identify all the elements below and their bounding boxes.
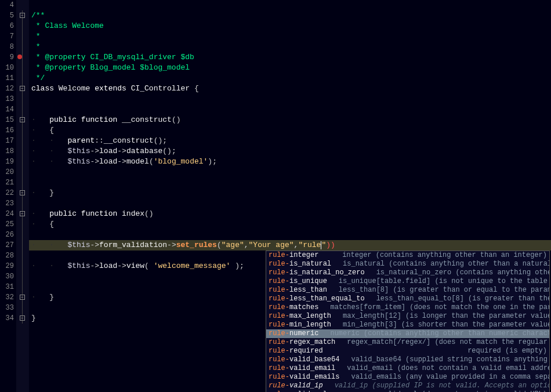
autocomplete-item-name: rule-matches [269,303,318,312]
fold-cell[interactable]: − [16,292,29,303]
code-line[interactable] [29,230,551,240]
autocomplete-item[interactable]: rule-regex_matchregex_match[/regex/] (do… [266,338,549,347]
line-number: 29 [0,261,14,271]
code-area[interactable]: /** * Class Welcome * * * @property CI_D… [29,0,551,392]
code-line[interactable] [29,104,551,115]
line-number: 22 [0,188,14,198]
fold-cell[interactable]: − [16,188,29,198]
fold-cell[interactable] [16,31,29,42]
code-line[interactable] [29,94,551,104]
autocomplete-item-name: rule-required [269,347,323,355]
line-number: 6 [0,21,14,31]
fold-cell[interactable] [16,63,29,73]
fold-cell[interactable] [16,125,29,136]
fold-cell[interactable] [16,271,29,282]
line-number: 23 [0,198,14,209]
fold-toggle-icon[interactable]: − [20,117,25,122]
fold-toggle-icon[interactable]: − [20,13,25,18]
autocomplete-popup[interactable]: rule-integerinteger (contains anything o… [266,251,550,392]
autocomplete-item-name: rule-less_than_equal_to [269,295,365,303]
fold-cell[interactable] [16,73,29,84]
fold-cell[interactable] [16,219,29,230]
autocomplete-item-desc: numeric (contains anything other than nu… [318,329,549,338]
breakpoint-icon[interactable] [17,55,22,59]
code-line[interactable]: /** [29,10,551,21]
code-line[interactable]: * @property Blog_model $blog_model [29,63,551,73]
autocomplete-item-desc: valid_emails (any value provided in a co… [339,373,549,382]
line-number: 13 [0,94,14,104]
fold-cell[interactable]: − [16,84,29,94]
fold-toggle-icon[interactable]: − [20,211,25,216]
fold-cell[interactable]: − [16,115,29,125]
autocomplete-item[interactable]: rule-numericnumeric (contains anything o… [266,329,549,338]
autocomplete-item[interactable]: rule-matchesmatches[form_item] (does not… [266,303,549,312]
autocomplete-item[interactable]: rule-valid_emailvalid_email (does not co… [266,364,549,373]
autocomplete-item[interactable]: rule-less_thanless_than[8] (is greater t… [266,286,549,295]
code-editor[interactable]: 4567891011121314151617181920212223242526… [0,0,551,392]
fold-cell[interactable] [16,177,29,188]
autocomplete-item[interactable]: rule-valid_ipvalid_ip (supplied IP is no… [266,382,549,390]
code-line[interactable]: · { [29,219,551,230]
fold-cell[interactable] [16,251,29,261]
fold-cell[interactable] [16,240,29,251]
autocomplete-item[interactable]: rule-max_lengthmax_length[12] (is longer… [266,312,549,321]
code-line[interactable]: · public function __construct() [29,115,551,125]
fold-cell[interactable]: − [16,209,29,219]
code-line[interactable]: · } [29,188,551,198]
autocomplete-item[interactable]: rule-integerinteger (contains anything o… [266,251,549,260]
fold-cell[interactable] [16,282,29,292]
fold-cell[interactable] [16,303,29,313]
autocomplete-item[interactable]: rule-min_lengthmin_length[3] (is shorter… [266,321,549,329]
fold-cell[interactable] [16,52,29,63]
fold-cell[interactable] [16,104,29,115]
fold-cell[interactable] [16,94,29,104]
code-line[interactable]: · · parent::__construct(); [29,136,551,146]
autocomplete-item[interactable]: rule-less_than_equal_toless_than_equal_t… [266,295,549,303]
line-number: 8 [0,42,14,52]
line-number: 4 [0,0,14,10]
autocomplete-item[interactable]: rule-requiredrequired (is empty) [266,347,549,355]
fold-column[interactable]: −−−−−−− [16,0,29,392]
code-line[interactable]: · { [29,125,551,136]
code-line[interactable] [29,0,551,10]
code-line[interactable]: · · $this->load->model('blog_model'); [29,157,551,167]
fold-cell[interactable] [16,157,29,167]
fold-cell[interactable] [16,198,29,209]
code-line[interactable]: * Class Welcome [29,21,551,31]
fold-cell[interactable] [16,42,29,52]
code-line[interactable]: · · $this->load->database(); [29,146,551,157]
fold-cell[interactable] [16,230,29,240]
fold-toggle-icon[interactable]: − [20,295,25,300]
autocomplete-item-name: rule-regex_match [269,338,335,347]
autocomplete-item[interactable]: rule-is_uniqueis_unique[table.field] (is… [266,277,549,286]
fold-toggle-icon[interactable]: − [20,190,25,195]
code-line[interactable]: · public function index() [29,209,551,219]
fold-cell[interactable] [16,146,29,157]
line-number: 28 [0,251,14,261]
fold-cell[interactable] [16,21,29,31]
fold-cell[interactable]: − [16,10,29,21]
code-line[interactable] [29,198,551,209]
autocomplete-item-desc: required (is empty) [456,347,547,355]
code-line[interactable]: */ [29,73,551,84]
code-line[interactable]: class Welcome extends CI_Controller { [29,84,551,94]
code-line[interactable]: · · $this->form_validation->set_rules("a… [29,240,551,251]
fold-cell[interactable]: − [16,313,29,324]
code-line[interactable]: * [29,31,551,42]
autocomplete-item[interactable]: rule-valid_emailsvalid_emails (any value… [266,373,549,382]
fold-cell[interactable] [16,261,29,271]
fold-cell[interactable] [16,167,29,177]
autocomplete-item[interactable]: rule-is_naturalis_natural (contains anyt… [266,260,549,268]
code-line[interactable] [29,177,551,188]
fold-toggle-icon[interactable]: − [20,315,25,321]
autocomplete-item[interactable]: rule-is_natural_no_zerois_natural_no_zer… [266,268,549,277]
line-number: 19 [0,157,14,167]
fold-cell[interactable] [16,136,29,146]
code-line[interactable] [29,167,551,177]
code-line[interactable]: * @property CI_DB_mysqli_driver $db [29,52,551,63]
autocomplete-item[interactable]: rule-valid_base64valid_base64 (supplied … [266,355,549,364]
fold-toggle-icon[interactable]: − [20,86,25,91]
code-line[interactable]: * [29,42,551,52]
autocomplete-item-name: rule-max_length [269,312,331,321]
fold-cell[interactable] [16,0,29,10]
